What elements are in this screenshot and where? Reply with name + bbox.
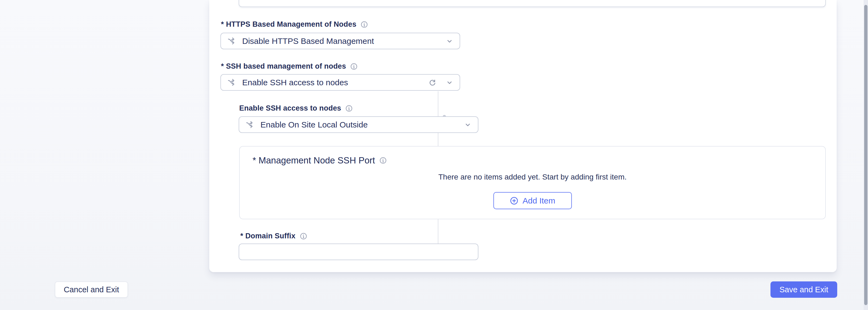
settings-page: * HTTPS Based Management of Nodes Disabl… [0, 0, 868, 310]
info-icon[interactable] [379, 157, 387, 164]
cancel-and-exit-button[interactable]: Cancel and Exit [55, 281, 128, 298]
ssh-access-select[interactable]: Enable On Site Local Outside [239, 116, 478, 133]
field-label: * HTTPS Based Management of Nodes [221, 20, 356, 29]
empty-state-message: There are no items added yet. Start by a… [240, 173, 825, 181]
add-item-button[interactable]: Add Item [493, 192, 572, 209]
info-icon[interactable] [361, 21, 368, 28]
chevron-down-icon [445, 37, 454, 45]
ssh-port-group: * Management Node SSH Port There are no … [239, 146, 826, 219]
chevron-down-icon [445, 79, 454, 87]
https-management-select[interactable]: Disable HTTPS Based Management [220, 33, 460, 49]
branch-icon [245, 120, 255, 130]
refresh-icon[interactable] [428, 79, 436, 87]
form-card: * HTTPS Based Management of Nodes Disabl… [209, 0, 837, 272]
clipped-field-above[interactable] [239, 0, 826, 7]
field-label: * Domain Suffix [240, 232, 296, 240]
info-icon[interactable] [300, 232, 307, 240]
field-label: * SSH based management of nodes [221, 62, 346, 70]
selected-option: Disable HTTPS Based Management [242, 36, 440, 46]
chevron-down-icon [464, 121, 472, 129]
ssh-management-select[interactable]: Enable SSH access to nodes [220, 74, 460, 91]
group-title-row: * Management Node SSH Port [253, 155, 387, 166]
selected-option: Enable On Site Local Outside [260, 120, 458, 129]
field-label: Enable SSH access to nodes [239, 104, 341, 113]
domain-suffix-label-row: * Domain Suffix [240, 232, 307, 240]
domain-suffix-input[interactable] [239, 244, 478, 260]
selected-option: Enable SSH access to nodes [242, 78, 423, 87]
add-item-label: Add Item [523, 196, 555, 206]
group-title: * Management Node SSH Port [253, 155, 375, 166]
info-icon[interactable] [350, 63, 358, 70]
plus-circle-icon [510, 196, 519, 205]
branch-icon [227, 36, 237, 46]
https-management-label-row: * HTTPS Based Management of Nodes [221, 20, 368, 29]
info-icon[interactable] [345, 104, 353, 112]
ssh-access-label-row: Enable SSH access to nodes [239, 104, 353, 113]
ssh-management-label-row: * SSH based management of nodes [221, 62, 358, 70]
save-and-exit-button[interactable]: Save and Exit [771, 281, 837, 298]
scrollbar-thumb[interactable] [864, 5, 867, 305]
branch-icon [227, 78, 237, 88]
